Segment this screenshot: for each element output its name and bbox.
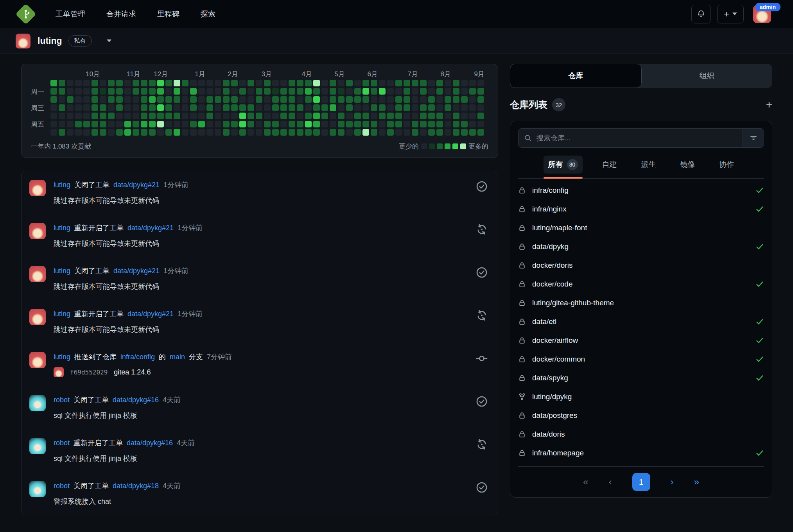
heatmap-cell[interactable] <box>108 113 115 119</box>
heatmap-cell[interactable] <box>67 113 74 119</box>
heatmap-cell[interactable] <box>453 104 459 111</box>
feed-user-link[interactable]: luting <box>54 223 70 233</box>
heatmap-cell[interactable] <box>371 80 377 86</box>
heatmap-cell[interactable] <box>182 121 188 127</box>
heatmap-cell[interactable] <box>330 80 336 86</box>
heatmap-cell[interactable] <box>124 121 131 127</box>
heatmap-cell[interactable] <box>215 129 221 136</box>
heatmap-cell[interactable] <box>116 121 123 127</box>
heatmap-cell[interactable] <box>264 113 271 119</box>
pagination-current-page[interactable]: 1 <box>632 473 650 491</box>
heatmap-cell[interactable] <box>239 96 246 103</box>
heatmap-cell[interactable] <box>445 80 451 86</box>
heatmap-cell[interactable] <box>338 121 344 127</box>
heatmap-cell[interactable] <box>256 113 262 119</box>
heatmap-cell[interactable] <box>190 96 197 103</box>
heatmap-cell[interactable] <box>436 80 443 86</box>
repo-search-input[interactable] <box>536 134 743 142</box>
heatmap-cell[interactable] <box>108 129 115 136</box>
heatmap-cell[interactable] <box>469 121 476 127</box>
heatmap-cell[interactable] <box>198 104 205 111</box>
heatmap-cell[interactable] <box>305 113 312 119</box>
heatmap-cell[interactable] <box>133 121 139 127</box>
heatmap-cell[interactable] <box>420 104 427 111</box>
heatmap-cell[interactable] <box>321 80 328 86</box>
heatmap-cell[interactable] <box>272 104 279 111</box>
heatmap-cell[interactable] <box>100 129 106 136</box>
heatmap-cell[interactable] <box>67 129 74 136</box>
repo-filter-3[interactable]: 派生 <box>637 156 661 173</box>
gitea-logo[interactable] <box>16 4 36 24</box>
user-avatar[interactable] <box>29 438 46 454</box>
heatmap-cell[interactable] <box>379 121 386 127</box>
heatmap-cell[interactable] <box>174 104 180 111</box>
heatmap-cell[interactable] <box>198 129 205 136</box>
nav-item-1[interactable]: 工单管理 <box>56 9 85 19</box>
pagination-prev[interactable]: ‹ <box>609 476 612 487</box>
heatmap-cell[interactable] <box>428 88 435 95</box>
heatmap-cell[interactable] <box>346 80 353 86</box>
heatmap-cell[interactable] <box>75 121 82 127</box>
heatmap-cell[interactable] <box>248 129 254 136</box>
repo-name[interactable]: luting/gitea-github-theme <box>532 299 614 307</box>
heatmap-cell[interactable] <box>395 80 402 86</box>
heatmap-cell[interactable] <box>354 88 361 95</box>
feed-repo-link[interactable]: data/dpykg#21 <box>127 309 174 319</box>
heatmap-cell[interactable] <box>453 80 459 86</box>
heatmap-cell[interactable] <box>231 104 238 111</box>
heatmap-cell[interactable] <box>477 113 484 119</box>
repo-name[interactable]: docker/airflow <box>532 336 578 345</box>
heatmap-cell[interactable] <box>420 113 427 119</box>
heatmap-cell[interactable] <box>92 96 98 103</box>
heatmap-cell[interactable] <box>239 104 246 111</box>
heatmap-cell[interactable] <box>280 96 287 103</box>
heatmap-cell[interactable] <box>371 129 377 136</box>
heatmap-cell[interactable] <box>395 104 402 111</box>
heatmap-cell[interactable] <box>248 121 254 127</box>
heatmap-cell[interactable] <box>404 88 410 95</box>
heatmap-cell[interactable] <box>50 129 57 136</box>
heatmap-cell[interactable] <box>371 113 377 119</box>
heatmap-cell[interactable] <box>280 113 287 119</box>
heatmap-cell[interactable] <box>445 113 451 119</box>
feed-user-link[interactable]: robot <box>54 481 70 491</box>
heatmap-cell[interactable] <box>190 121 197 127</box>
heatmap-cell[interactable] <box>239 129 246 136</box>
heatmap-cell[interactable] <box>124 113 131 119</box>
heatmap-cell[interactable] <box>436 121 443 127</box>
heatmap-cell[interactable] <box>461 88 468 95</box>
heatmap-cell[interactable] <box>330 121 336 127</box>
heatmap-cell[interactable] <box>371 121 377 127</box>
heatmap-cell[interactable] <box>436 88 443 95</box>
heatmap-cell[interactable] <box>59 104 65 111</box>
heatmap-cell[interactable] <box>215 96 221 103</box>
heatmap-cell[interactable] <box>174 80 180 86</box>
heatmap-cell[interactable] <box>190 104 197 111</box>
heatmap-cell[interactable] <box>75 96 82 103</box>
heatmap-cell[interactable] <box>346 88 353 95</box>
heatmap-cell[interactable] <box>477 129 484 136</box>
heatmap-cell[interactable] <box>83 80 90 86</box>
heatmap-cell[interactable] <box>157 113 164 119</box>
repo-name[interactable]: infra/config <box>532 186 569 195</box>
create-new-button[interactable]: + <box>717 5 744 23</box>
heatmap-cell[interactable] <box>469 104 476 111</box>
heatmap-cell[interactable] <box>198 96 205 103</box>
heatmap-cell[interactable] <box>248 96 254 103</box>
repo-filter-button[interactable] <box>743 129 764 147</box>
heatmap-cell[interactable] <box>436 104 443 111</box>
heatmap-cell[interactable] <box>59 88 65 95</box>
heatmap-cell[interactable] <box>141 104 147 111</box>
heatmap-cell[interactable] <box>124 80 131 86</box>
heatmap-cell[interactable] <box>354 129 361 136</box>
heatmap-cell[interactable] <box>100 113 106 119</box>
heatmap-cell[interactable] <box>108 96 115 103</box>
heatmap-cell[interactable] <box>149 104 156 111</box>
heatmap-cell[interactable] <box>206 113 213 119</box>
heatmap-cell[interactable] <box>67 80 74 86</box>
heatmap-cell[interactable] <box>206 88 213 95</box>
heatmap-cell[interactable] <box>461 104 468 111</box>
user-menu[interactable]: admin <box>753 5 771 23</box>
heatmap-cell[interactable] <box>190 80 197 86</box>
feed-repo-link[interactable]: data/dpykg#21 <box>113 180 160 190</box>
